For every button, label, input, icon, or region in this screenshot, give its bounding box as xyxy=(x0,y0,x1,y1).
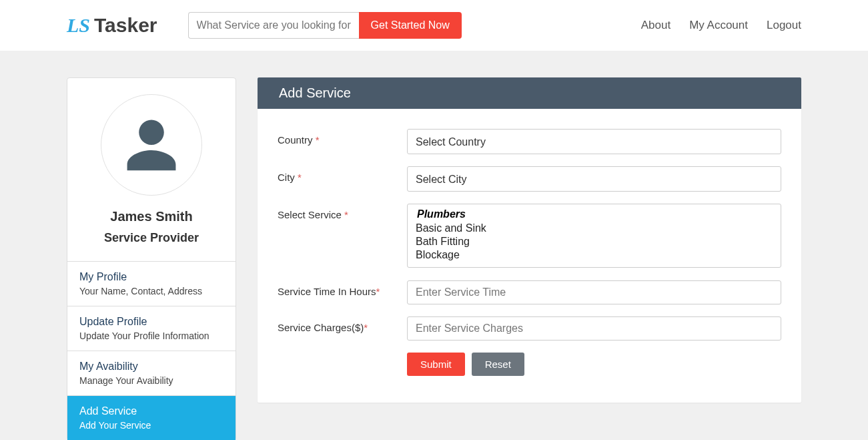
sidebar-item-update-profile[interactable]: Update Profile Update Your Profile Infor… xyxy=(67,306,236,351)
service-option: Bath Fitting xyxy=(416,235,773,248)
top-nav: About My Account Logout xyxy=(641,19,801,32)
panel-title: Add Service xyxy=(258,77,801,109)
label-service: Select Service * xyxy=(278,204,407,220)
nav-logout[interactable]: Logout xyxy=(767,19,801,32)
avatar xyxy=(101,94,202,196)
logo-text: Tasker xyxy=(94,14,157,37)
sidebar-menu: My Profile Your Name, Contact, Address U… xyxy=(67,261,236,440)
top-bar: LS Tasker Get Started Now About My Accou… xyxy=(0,0,868,51)
sidebar-item-sub: Manage Your Avaibility xyxy=(79,375,224,386)
sidebar-item-title: Update Profile xyxy=(79,316,224,328)
get-started-button[interactable]: Get Started Now xyxy=(359,12,462,39)
sidebar-item-my-profile[interactable]: My Profile Your Name, Contact, Address xyxy=(67,261,236,306)
service-group-plumbers: Basic and Sink Bath Fitting Blockage xyxy=(416,208,773,262)
search-input[interactable] xyxy=(188,12,359,39)
row-service: Select Service * Basic and Sink Bath Fit… xyxy=(278,204,781,268)
button-row: Submit Reset xyxy=(407,353,781,376)
city-select[interactable]: Select City xyxy=(407,166,781,192)
nav-my-account[interactable]: My Account xyxy=(689,19,748,32)
service-charges-input[interactable] xyxy=(407,316,781,341)
sidebar-item-sub: Add Your Service xyxy=(79,420,224,431)
label-city: City * xyxy=(278,166,407,183)
sidebar-item-title: Add Service xyxy=(79,405,224,417)
row-service-time: Service Time In Hours* xyxy=(278,280,781,304)
nav-about[interactable]: About xyxy=(641,19,671,32)
row-city: City * Select City xyxy=(278,166,781,192)
user-icon xyxy=(121,114,182,176)
service-option: Basic and Sink xyxy=(416,222,773,235)
add-service-form: Country * Select Country City * Select C… xyxy=(258,109,801,376)
profile-box: James Smith Service Provider xyxy=(67,78,236,261)
sidebar-item-title: My Avaibility xyxy=(79,361,224,373)
main-panel: Add Service Country * Select Country Cit… xyxy=(258,77,801,403)
profile-role: Service Provider xyxy=(75,231,228,245)
sidebar-item-sub: Update Your Profile Information xyxy=(79,331,224,341)
reset-button[interactable]: Reset xyxy=(472,353,524,376)
row-country: Country * Select Country xyxy=(278,129,781,154)
submit-button[interactable]: Submit xyxy=(407,353,465,376)
sidebar-item-add-service[interactable]: Add Service Add Your Service xyxy=(67,395,236,440)
page-container: James Smith Service Provider My Profile … xyxy=(0,51,868,440)
country-select[interactable]: Select Country xyxy=(407,129,781,154)
search-wrap: Get Started Now xyxy=(188,12,462,39)
profile-name: James Smith xyxy=(75,209,228,224)
logo-prefix: LS xyxy=(67,14,90,37)
service-option: Blockage xyxy=(416,248,773,262)
sidebar-item-title: My Profile xyxy=(79,271,224,283)
label-service-time: Service Time In Hours* xyxy=(278,280,407,297)
sidebar-item-sub: Your Name, Contact, Address xyxy=(79,286,224,296)
row-service-charges: Service Charges($)* xyxy=(278,316,781,341)
service-time-input[interactable] xyxy=(407,280,781,304)
service-select[interactable]: Basic and Sink Bath Fitting Blockage xyxy=(407,204,781,268)
label-country: Country * xyxy=(278,129,407,146)
sidebar-item-my-availability[interactable]: My Avaibility Manage Your Avaibility xyxy=(67,351,236,395)
label-service-charges: Service Charges($)* xyxy=(278,316,407,333)
sidebar: James Smith Service Provider My Profile … xyxy=(67,77,236,440)
logo[interactable]: LS Tasker xyxy=(67,14,157,37)
